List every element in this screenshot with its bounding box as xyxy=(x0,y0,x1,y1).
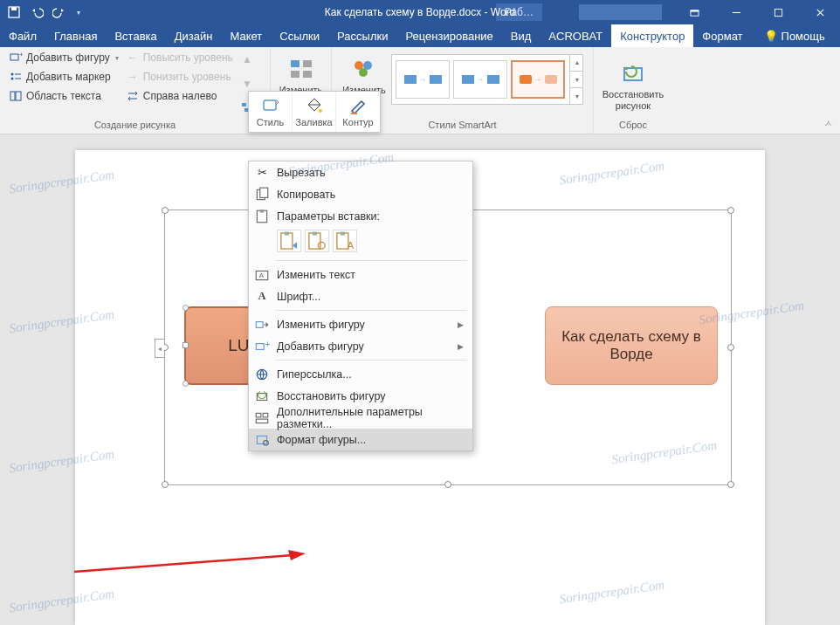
tab-view[interactable]: Вид xyxy=(502,24,540,47)
promote-icon: ← xyxy=(126,51,140,65)
svg-point-53 xyxy=(264,440,269,445)
resize-handle[interactable] xyxy=(162,481,169,488)
svg-rect-1 xyxy=(11,7,17,10)
smartart-shape[interactable]: Как сделать схему в Ворде xyxy=(545,306,718,385)
help-label: Помощь xyxy=(781,30,825,43)
svg-text:A: A xyxy=(348,239,355,251)
shape-handle[interactable] xyxy=(182,381,189,387)
demote-icon: → xyxy=(126,70,140,84)
move-down-button: ▼ xyxy=(237,75,265,93)
ctx-font[interactable]: AШрифт... xyxy=(249,285,472,307)
svg-rect-15 xyxy=(16,92,21,100)
svg-rect-50 xyxy=(263,413,268,417)
ctx-edit-text[interactable]: AИзменить текст xyxy=(249,264,472,285)
tab-insert[interactable]: Вставка xyxy=(106,24,165,47)
add-shape-button[interactable]: +Добавить фигуру▾ xyxy=(5,49,122,66)
svg-point-25 xyxy=(359,68,368,77)
mini-toolbar: Стиль Заливка Контур xyxy=(248,91,381,133)
svg-rect-14 xyxy=(10,92,15,100)
redo-icon[interactable] xyxy=(52,5,66,19)
change-shape-icon xyxy=(254,317,270,333)
tab-references[interactable]: Ссылки xyxy=(271,24,328,47)
svg-rect-8 xyxy=(10,54,18,60)
gallery-down-icon[interactable]: ▾ xyxy=(570,72,583,89)
text-pane-toggle[interactable]: ◂ xyxy=(155,339,164,358)
tab-mailings[interactable]: Рассылки xyxy=(328,24,396,47)
shape-text: Как сделать схему в Ворде xyxy=(546,328,717,364)
hyperlink-icon xyxy=(254,367,270,382)
mini-fill-button[interactable]: Заливка xyxy=(293,92,336,132)
undo-icon[interactable] xyxy=(30,5,44,19)
close-button[interactable] xyxy=(800,0,840,24)
font-icon: A xyxy=(254,289,270,305)
mini-style-button[interactable]: Стиль xyxy=(249,92,293,132)
svg-point-28 xyxy=(319,109,322,113)
gallery-spinner[interactable]: ▴▾▾ xyxy=(569,54,583,105)
gallery-up-icon[interactable]: ▴ xyxy=(570,54,583,72)
add-shape-icon: + xyxy=(9,51,23,65)
tab-file[interactable]: Файл xyxy=(0,24,45,47)
resize-handle[interactable] xyxy=(727,481,734,488)
tab-design[interactable]: Дизайн xyxy=(166,24,222,47)
svg-rect-27 xyxy=(264,100,276,110)
style-thumb-3[interactable]: → xyxy=(511,60,565,99)
ribbon-display-icon[interactable] xyxy=(674,0,714,24)
arrow-down-icon: ▼ xyxy=(240,77,254,91)
reset-graphic-button[interactable]: Восстановить рисунок xyxy=(599,49,667,118)
ribbon: +Добавить фигуру▾ Добавить маркер Област… xyxy=(0,47,840,134)
tab-review[interactable]: Рецензирование xyxy=(396,24,501,47)
cut-icon: ✂ xyxy=(254,165,270,181)
smartart-styles-gallery[interactable]: → → → ▴▾▾ xyxy=(391,54,583,105)
resize-handle[interactable] xyxy=(162,207,169,214)
mini-outline-button[interactable]: Контур xyxy=(336,92,380,132)
style-icon xyxy=(261,96,280,115)
tab-constructor[interactable]: Конструктор xyxy=(611,24,693,47)
paste-option-1[interactable] xyxy=(277,230,301,252)
arrow-up-icon: ▲ xyxy=(240,52,254,66)
add-bullet-button[interactable]: Добавить маркер xyxy=(5,68,122,86)
ctx-format-shape[interactable]: Формат фигуры... xyxy=(249,429,472,450)
svg-text:A: A xyxy=(259,271,265,279)
paste-option-3[interactable]: A xyxy=(333,230,357,252)
paste-option-2[interactable] xyxy=(305,230,329,252)
save-icon[interactable] xyxy=(7,5,21,19)
resize-handle[interactable] xyxy=(444,481,451,488)
tab-layout[interactable]: Макет xyxy=(221,24,271,47)
fill-icon xyxy=(305,96,324,115)
tab-format[interactable]: Формат xyxy=(693,24,751,47)
ctx-hyperlink[interactable]: Гиперссылка... xyxy=(249,363,472,385)
collapse-ribbon-icon[interactable]: ㅅ xyxy=(823,117,833,130)
ctx-add-shape[interactable]: +Добавить фигуру▶ xyxy=(249,335,472,357)
promote-button: ←Повысить уровень xyxy=(122,49,237,66)
ctx-cut[interactable]: ✂Вырезать xyxy=(249,161,472,183)
text-pane-button[interactable]: Область текста xyxy=(5,87,122,105)
ctx-change-shape[interactable]: Изменить фигуру▶ xyxy=(249,313,472,335)
tab-home[interactable]: Главная xyxy=(45,24,106,47)
svg-rect-16 xyxy=(242,103,246,106)
gallery-more-icon[interactable]: ▾ xyxy=(570,88,583,105)
svg-text:+: + xyxy=(265,340,270,349)
svg-rect-33 xyxy=(260,209,265,212)
ctx-reset-shape[interactable]: Восстановить фигуру xyxy=(249,385,472,407)
maximize-button[interactable] xyxy=(758,0,798,24)
shape-handle[interactable] xyxy=(182,342,189,348)
svg-rect-5 xyxy=(775,9,781,16)
resize-handle[interactable] xyxy=(727,344,734,351)
ctx-copy[interactable]: Копировать xyxy=(249,183,472,205)
ctx-extra-layout[interactable]: Дополнительные параметры разметки... xyxy=(249,407,472,429)
qat-dropdown-icon[interactable]: ▾ xyxy=(75,5,82,19)
svg-rect-3 xyxy=(690,10,698,11)
account-area[interactable] xyxy=(579,4,662,20)
ribbon-tabs: Файл Главная Вставка Дизайн Макет Ссылки… xyxy=(0,24,840,47)
outline-icon xyxy=(348,96,368,115)
style-thumb-2[interactable]: → xyxy=(453,60,507,99)
tab-help[interactable]: 💡Помощь xyxy=(755,24,834,47)
rtl-button[interactable]: Справа налево xyxy=(122,87,237,105)
move-up-button: ▲ xyxy=(237,51,265,68)
tab-acrobat[interactable]: ACROBAT xyxy=(540,24,611,47)
minimize-button[interactable] xyxy=(716,0,756,24)
style-thumb-1[interactable]: → xyxy=(396,60,450,99)
title-bar: ▾ Как сделать схему в Ворде.docx - Word … xyxy=(0,0,840,24)
resize-handle[interactable] xyxy=(727,207,734,214)
shape-handle[interactable] xyxy=(182,305,189,311)
